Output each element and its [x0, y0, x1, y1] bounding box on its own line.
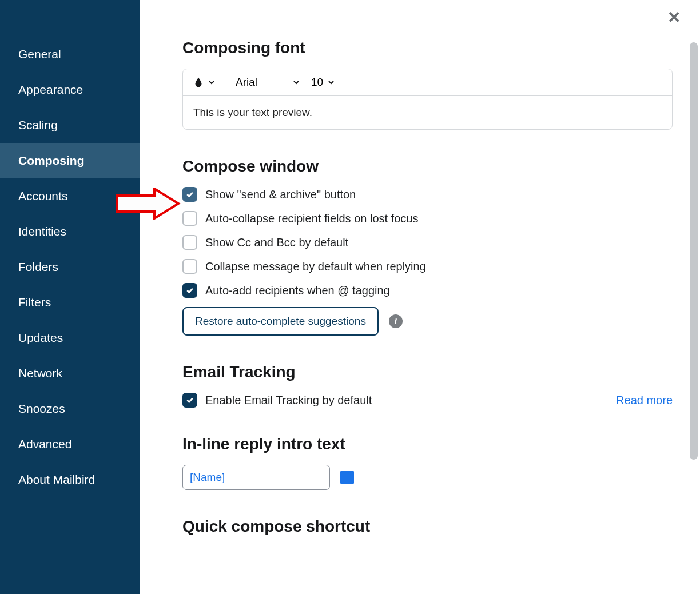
- inline-reply-color-swatch[interactable]: [340, 471, 354, 484]
- close-button[interactable]: ✕: [667, 8, 681, 27]
- section-title-compose-window: Compose window: [182, 157, 673, 176]
- checkbox-label: Collapse message by default when replyin…: [205, 260, 426, 273]
- check-icon: [185, 286, 194, 295]
- section-title-email-tracking: Email Tracking: [182, 363, 673, 381]
- drop-icon: [192, 76, 205, 89]
- checkbox-label: Show "send & archive" button: [205, 188, 356, 201]
- chevron-down-icon: [327, 78, 336, 87]
- sidebar-item-appearance[interactable]: Appearance: [0, 72, 140, 107]
- scrollbar-thumb[interactable]: [690, 42, 698, 460]
- sidebar-item-general[interactable]: General: [0, 37, 140, 72]
- section-title-composing-font: Composing font: [182, 39, 673, 57]
- inline-reply-input[interactable]: [182, 465, 330, 490]
- font-preview-text: This is your text preview.: [183, 96, 672, 129]
- check-icon: [185, 396, 194, 405]
- option-show-cc-bcc: Show Cc and Bcc by default: [182, 235, 673, 250]
- font-size-label: 10: [311, 76, 323, 89]
- read-more-link[interactable]: Read more: [616, 394, 673, 407]
- composing-font-box: Arial 10 This is your text preview.: [182, 69, 673, 130]
- font-toolbar: Arial 10: [183, 69, 672, 96]
- sidebar-item-composing[interactable]: Composing: [0, 143, 140, 178]
- option-auto-add-recipients: Auto-add recipients when @ tagging: [182, 283, 673, 298]
- checkbox-label: Enable Email Tracking by default: [205, 394, 372, 407]
- font-family-dropdown[interactable]: Arial: [224, 76, 301, 89]
- settings-main: Composing font Arial 10 This is your tex…: [140, 0, 700, 594]
- checkbox-send-archive[interactable]: [182, 187, 197, 202]
- option-send-archive: Show "send & archive" button: [182, 187, 673, 202]
- check-icon: [185, 190, 194, 199]
- sidebar-item-scaling[interactable]: Scaling: [0, 107, 140, 143]
- sidebar-item-snoozes[interactable]: Snoozes: [0, 391, 140, 426]
- info-icon[interactable]: i: [389, 314, 403, 328]
- checkbox-auto-collapse[interactable]: [182, 211, 197, 226]
- sidebar-item-updates[interactable]: Updates: [0, 320, 140, 356]
- sidebar-item-about[interactable]: About Mailbird: [0, 462, 140, 497]
- checkbox-show-cc-bcc[interactable]: [182, 235, 197, 250]
- sidebar-item-identities[interactable]: Identities: [0, 214, 140, 249]
- checkbox-label: Show Cc and Bcc by default: [205, 236, 348, 249]
- color-picker-dropdown[interactable]: [192, 76, 221, 89]
- font-size-dropdown[interactable]: 10: [304, 76, 336, 89]
- section-title-inline-reply: In-line reply intro text: [182, 435, 673, 453]
- sidebar-item-network[interactable]: Network: [0, 356, 140, 391]
- sidebar-item-advanced[interactable]: Advanced: [0, 426, 140, 462]
- restore-autocomplete-button[interactable]: Restore auto-complete suggestions: [182, 307, 379, 336]
- checkbox-collapse-reply[interactable]: [182, 259, 197, 274]
- chevron-down-icon: [292, 78, 301, 87]
- option-email-tracking: Enable Email Tracking by default: [182, 393, 372, 408]
- font-name-label: Arial: [236, 76, 287, 89]
- sidebar-item-folders[interactable]: Folders: [0, 249, 140, 285]
- section-title-quick-compose: Quick compose shortcut: [182, 517, 673, 536]
- option-auto-collapse: Auto-collapse recipient fields on lost f…: [182, 211, 673, 226]
- sidebar-item-filters[interactable]: Filters: [0, 285, 140, 320]
- option-collapse-reply: Collapse message by default when replyin…: [182, 259, 673, 274]
- checkbox-label: Auto-collapse recipient fields on lost f…: [205, 212, 418, 225]
- checkbox-email-tracking[interactable]: [182, 393, 197, 408]
- settings-sidebar: General Appearance Scaling Composing Acc…: [0, 0, 140, 594]
- sidebar-item-accounts[interactable]: Accounts: [0, 178, 140, 214]
- chevron-down-icon: [207, 78, 216, 87]
- checkbox-auto-add-recipients[interactable]: [182, 283, 197, 298]
- checkbox-label: Auto-add recipients when @ tagging: [205, 284, 390, 297]
